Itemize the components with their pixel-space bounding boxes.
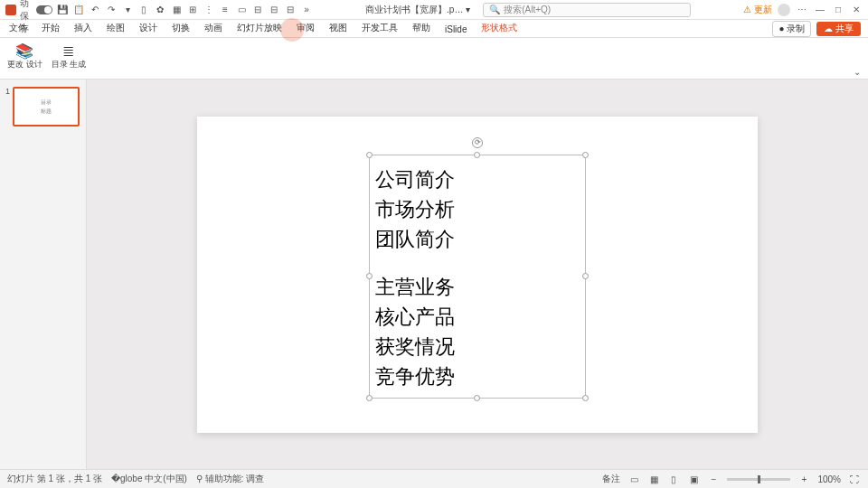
thumb-preview[interactable]: 目录 标题 [13, 87, 80, 127]
slide-thumb-1[interactable]: 1 目录 标题 [5, 87, 80, 127]
tab-islide[interactable]: iSlide [443, 22, 468, 37]
ribbon: 📚 更改 设计 ≣ 目录 生成 ⌄ [0, 38, 868, 80]
list-icon: ≣ [60, 42, 78, 60]
resize-handle-w[interactable] [366, 273, 373, 279]
ribbon-tabs: 文件 开始 插入 绘图 设计 切换 动画 幻灯片放映 审阅 视图 开发工具 帮助… [0, 20, 868, 38]
record-button[interactable]: ● 录制 [772, 21, 811, 37]
close-icon[interactable]: ✕ [850, 4, 863, 16]
thumb-number: 1 [5, 87, 10, 127]
document-title[interactable]: 商业计划书【宽屏】.p… ▾ [365, 4, 470, 16]
selected-textbox[interactable]: ⟳ 公司简介 市场分析 团队简介 主营业务 核心产品 获奖情况 竞争优势 [369, 155, 586, 399]
tab-help[interactable]: 帮助 [410, 19, 432, 37]
fit-window-icon[interactable]: ⛶ [848, 473, 861, 485]
minimize-icon[interactable]: — [814, 4, 826, 16]
quick-access-toolbar: 自动保存 💾 📋 ↶ ↷ ▾ ▯ ✿ ▦ ⊞ ⋮ ≡ ▭ ⊟ ⊟ ⊟ » [5, 4, 313, 16]
more-icon-2[interactable]: » [300, 4, 313, 16]
tool-icon-6[interactable]: ▭ [235, 4, 248, 16]
tab-home[interactable]: 开始 [40, 19, 61, 37]
line-7: 竞争优势 [375, 361, 580, 391]
zoom-out-icon[interactable]: − [707, 473, 720, 485]
tool-icon-8[interactable]: ⊟ [268, 4, 280, 16]
tab-file[interactable]: 文件 [7, 19, 29, 37]
tab-design[interactable]: 设计 [137, 19, 159, 37]
rotate-handle[interactable]: ⟳ [472, 137, 483, 148]
save-icon[interactable]: 💾 [56, 4, 69, 16]
line-4: 主营业务 [375, 272, 580, 302]
ribbon-change-design[interactable]: 📚 更改 设计 [7, 42, 42, 70]
line-6: 获奖情况 [375, 332, 580, 361]
tool-icon-5[interactable]: ≡ [219, 4, 231, 16]
undo-icon[interactable]: ↶ [89, 4, 101, 16]
tab-devtools[interactable]: 开发工具 [360, 19, 400, 37]
title-right: ⚠ 更新 ⋯ — □ ✕ [743, 4, 863, 16]
more-icon[interactable]: ▾ [121, 4, 134, 16]
tool-icon-3[interactable]: ⊞ [186, 4, 199, 16]
user-avatar[interactable] [778, 4, 790, 16]
resize-handle-sw[interactable] [366, 395, 373, 401]
slide[interactable]: ⟳ 公司简介 市场分析 团队简介 主营业务 核心产品 获奖情况 竞争优势 [197, 117, 758, 433]
tool-icon-4[interactable]: ⋮ [203, 4, 215, 16]
share-button[interactable]: ☁ 共享 [816, 22, 861, 36]
tab-slideshow[interactable]: 幻灯片放映 [235, 19, 284, 37]
divider: ▯ [137, 4, 150, 16]
tab-draw[interactable]: 绘图 [105, 19, 127, 37]
sorter-view-icon[interactable]: ▦ [647, 473, 660, 485]
resize-handle-se[interactable] [582, 395, 589, 401]
update-warning[interactable]: ⚠ 更新 [743, 4, 772, 16]
resize-handle-nw[interactable] [366, 152, 373, 158]
autosave-toggle[interactable] [36, 5, 52, 14]
ribbon-toc-gen[interactable]: ≣ 目录 生成 [52, 42, 87, 70]
thumb-line-2: 标题 [41, 108, 52, 116]
search-placeholder: 搜索(Alt+Q) [504, 4, 551, 16]
status-bar: 幻灯片 第 1 张，共 1 张 �globe 中文(中国) ⚲ 辅助功能: 调查… [0, 469, 868, 488]
tab-view[interactable]: 视图 [327, 19, 349, 37]
app-icon [5, 5, 16, 15]
language-indicator[interactable]: �globe 中文(中国) [111, 473, 187, 485]
tabs-right: ● 录制 ☁ 共享 [772, 21, 861, 37]
ribbon-options-icon[interactable]: ⋯ [796, 4, 808, 16]
slideshow-view-icon[interactable]: ▣ [687, 473, 700, 485]
collapse-ribbon-icon[interactable]: ⌄ [854, 67, 861, 77]
search-input[interactable]: 🔍 搜索(Alt+Q) [483, 3, 691, 17]
search-icon: 🔍 [489, 5, 500, 14]
resize-handle-e[interactable] [582, 273, 589, 279]
resize-handle-n[interactable] [474, 152, 480, 158]
textbox-content[interactable]: 公司简介 市场分析 团队简介 主营业务 核心产品 获奖情况 竞争优势 [370, 155, 585, 400]
resize-handle-s[interactable] [474, 395, 480, 401]
line-2: 市场分析 [375, 194, 580, 224]
tab-animations[interactable]: 动画 [203, 19, 224, 37]
zoom-level[interactable]: 100% [817, 474, 841, 484]
zoom-in-icon[interactable]: + [797, 473, 810, 485]
tab-insert[interactable]: 插入 [72, 19, 94, 37]
change-design-label: 更改 设计 [7, 61, 42, 70]
slide-canvas[interactable]: ⟳ 公司简介 市场分析 团队简介 主营业务 核心产品 获奖情况 竞争优势 [87, 80, 868, 469]
tab-transitions[interactable]: 切换 [170, 19, 192, 37]
zoom-slider[interactable] [727, 478, 790, 481]
thumb-line-1: 目录 [41, 99, 52, 107]
title-bar: 自动保存 💾 📋 ↶ ↷ ▾ ▯ ✿ ▦ ⊞ ⋮ ≡ ▭ ⊟ ⊟ ⊟ » 商业计… [0, 0, 868, 20]
resize-handle-ne[interactable] [582, 152, 589, 158]
tab-shape-format[interactable]: 形状格式 [479, 19, 519, 37]
accessibility-indicator[interactable]: ⚲ 辅助功能: 调查 [196, 473, 264, 485]
tab-review[interactable]: 审阅 [295, 19, 316, 37]
line-5: 核心产品 [375, 302, 580, 332]
tool-icon-9[interactable]: ⊟ [284, 4, 297, 16]
normal-view-icon[interactable]: ▭ [627, 473, 640, 485]
title-center: 商业计划书【宽屏】.p… ▾ 🔍 搜索(Alt+Q) [318, 3, 738, 17]
thumbnail-pane[interactable]: 1 目录 标题 [0, 80, 87, 469]
maximize-icon[interactable]: □ [832, 4, 844, 16]
workspace: 1 目录 标题 ⟳ 公司简介 市场分析 团队简介 [0, 80, 868, 469]
tool-icon-2[interactable]: ▦ [170, 4, 183, 16]
autosave-label: 自动保存 [20, 4, 33, 16]
blank-line [375, 254, 580, 272]
layers-icon: 📚 [15, 42, 33, 60]
reading-view-icon[interactable]: ▯ [667, 473, 680, 485]
line-3: 团队简介 [375, 224, 580, 254]
notes-button[interactable]: 备注 [602, 473, 620, 485]
tool-icon-1[interactable]: ✿ [154, 4, 166, 16]
toc-gen-label: 目录 生成 [52, 61, 87, 70]
tool-icon-7[interactable]: ⊟ [251, 4, 264, 16]
paste-icon[interactable]: 📋 [72, 4, 85, 16]
redo-icon[interactable]: ↷ [105, 4, 118, 16]
slide-indicator[interactable]: 幻灯片 第 1 张，共 1 张 [7, 473, 102, 485]
